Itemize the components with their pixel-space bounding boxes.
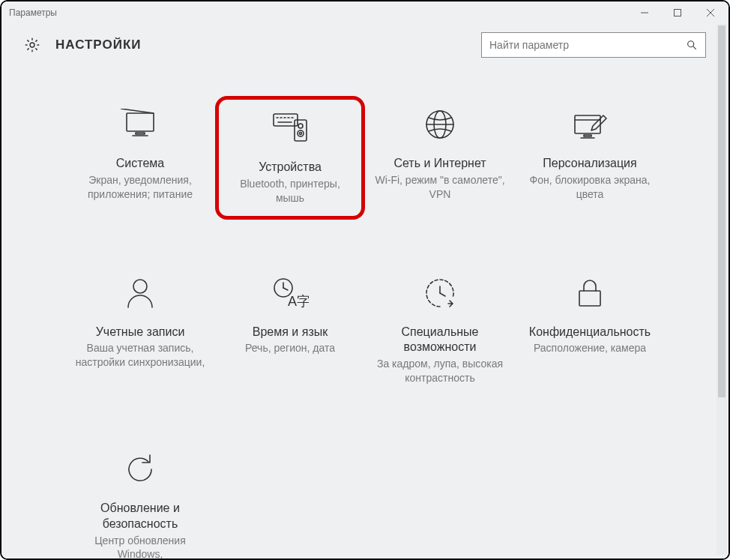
svg-point-19	[298, 124, 303, 128]
titlebar: Параметры	[1, 1, 729, 24]
svg-rect-1	[675, 10, 681, 16]
tile-desc: За кадром, лупа, высокая контрастность	[372, 357, 507, 385]
gear-icon	[24, 37, 40, 53]
svg-point-4	[30, 43, 34, 47]
svg-rect-9	[136, 133, 145, 134]
header: НАСТРОЙКИ	[1, 24, 729, 66]
lock-icon	[575, 272, 605, 314]
tile-desc: Центр обновления Windows,	[73, 534, 208, 559]
tile-desc: Расположение, камера	[534, 341, 646, 355]
svg-rect-27	[584, 135, 591, 136]
tile-label: Сеть и Интернет	[393, 156, 486, 172]
tile-desc: Экран, уведомления, приложения; питание	[73, 173, 208, 202]
tile-time-language[interactable]: A字 Время и язык Речь, регион, дата	[215, 265, 365, 396]
tile-label: Время и язык	[253, 325, 328, 340]
svg-line-32	[283, 288, 288, 290]
tile-desc: Фон, блокировка экрана, цвета	[522, 173, 657, 202]
monitor-icon	[121, 103, 160, 145]
update-icon	[123, 448, 157, 490]
tile-desc: Bluetooth, принтеры, мышь	[226, 177, 354, 205]
tile-accounts[interactable]: Учетные записи Ваша учетная запись, наст…	[65, 265, 215, 396]
search-input[interactable]	[489, 39, 686, 51]
tile-label: Конфиденциальность	[529, 325, 651, 340]
svg-line-8	[121, 109, 154, 113]
scrollbar[interactable]	[717, 24, 727, 555]
svg-line-6	[693, 46, 696, 49]
settings-window: Параметры НАСТРОЙКИ	[1, 1, 729, 559]
tile-update-security[interactable]: Обновление и безопасность Центр обновлен…	[65, 441, 215, 559]
personalize-icon	[570, 103, 609, 145]
window-title: Параметры	[9, 7, 57, 18]
globe-icon	[423, 103, 457, 145]
tile-desc: Ваша учетная запись, настройки синхрониз…	[73, 341, 208, 370]
tiles-grid: Система Экран, уведомления, приложения; …	[31, 96, 699, 559]
scrollbar-thumb[interactable]	[718, 25, 726, 397]
window-controls	[628, 2, 727, 23]
tile-label: Система	[116, 156, 164, 172]
maximize-button[interactable]	[661, 2, 694, 23]
time-language-icon: A字	[271, 272, 309, 314]
content-area: Система Экран, уведомления, приложения; …	[1, 66, 729, 559]
search-icon	[686, 39, 698, 51]
tile-label: Персонализация	[543, 156, 636, 172]
tile-label: Специальные возможности	[372, 325, 507, 356]
tile-privacy[interactable]: Конфиденциальность Расположение, камера	[515, 265, 665, 396]
tile-label: Устройства	[259, 160, 322, 175]
close-button[interactable]	[694, 2, 727, 23]
tile-desc: Wi-Fi, режим "в самолете", VPN	[372, 173, 507, 202]
person-icon	[124, 272, 156, 314]
search-box[interactable]	[481, 32, 706, 58]
tile-devices[interactable]: Устройства Bluetooth, принтеры, мышь	[215, 96, 365, 220]
svg-point-20	[298, 130, 304, 136]
tile-desc: Речь, регион, дата	[245, 341, 335, 355]
tile-personalization[interactable]: Персонализация Фон, блокировка экрана, ц…	[515, 96, 665, 220]
page-title: НАСТРОЙКИ	[55, 37, 142, 52]
devices-icon	[269, 107, 311, 149]
tile-system[interactable]: Система Экран, уведомления, приложения; …	[65, 96, 215, 220]
svg-rect-25	[575, 115, 600, 133]
svg-text:A字: A字	[288, 294, 309, 309]
svg-line-35	[440, 293, 445, 296]
svg-rect-36	[579, 291, 600, 306]
svg-rect-7	[127, 113, 154, 131]
tile-ease-of-access[interactable]: Специальные возможности За кадром, лупа,…	[365, 265, 515, 396]
ease-of-access-icon	[423, 272, 457, 314]
minimize-button[interactable]	[628, 2, 661, 23]
tile-label: Учетные записи	[96, 325, 185, 340]
tile-label: Обновление и безопасность	[73, 501, 208, 532]
svg-point-21	[300, 133, 302, 135]
tile-network[interactable]: Сеть и Интернет Wi-Fi, режим "в самолете…	[365, 96, 515, 220]
svg-point-29	[133, 280, 147, 293]
